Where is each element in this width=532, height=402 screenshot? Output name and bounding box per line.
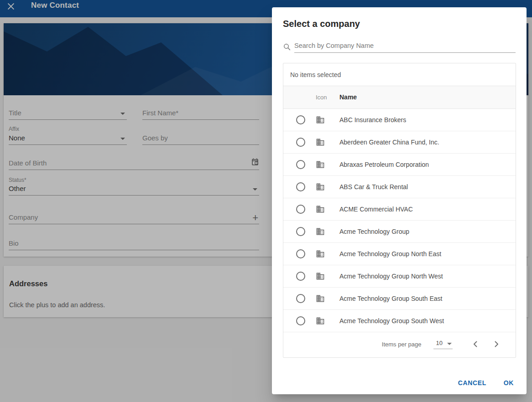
radio-button[interactable]: [296, 160, 305, 169]
company-building-icon: [316, 249, 325, 258]
radio-button[interactable]: [296, 272, 305, 281]
company-row[interactable]: ACME Commercial HVAC: [283, 198, 516, 221]
company-row[interactable]: Acme Technology Group North East: [283, 243, 516, 265]
company-row[interactable]: Acme Technology Group South West: [283, 310, 516, 332]
company-row[interactable]: ABC Insurance Brokers: [283, 109, 516, 131]
company-building-icon: [316, 160, 325, 169]
company-name: Aberdeen Greater China Fund, Inc.: [339, 139, 439, 146]
radio-button[interactable]: [296, 182, 305, 191]
company-rows: ABC Insurance Brokers Aberdeen Greater C…: [283, 109, 516, 332]
company-row[interactable]: Abraxas Petroleum Corporation: [283, 154, 516, 176]
icon-column-header: Icon: [316, 94, 327, 101]
company-search: [283, 40, 516, 53]
company-name: Acme Technology Group North East: [339, 250, 441, 258]
search-icon: [283, 43, 291, 51]
company-row[interactable]: Acme Technology Group South East: [283, 288, 516, 310]
search-underline: [294, 40, 516, 53]
radio-button[interactable]: [296, 115, 305, 124]
page-size-value: 10: [436, 340, 443, 346]
next-page-icon[interactable]: [491, 339, 502, 350]
screen: New Contact Title Affix None: [0, 0, 532, 402]
company-name: Acme Technology Group South East: [339, 295, 442, 302]
paginator: Items per page 10: [283, 332, 516, 356]
company-name: ABS Car & Truck Rental: [339, 183, 408, 191]
radio-button[interactable]: [296, 138, 305, 147]
dialog-actions: CANCEL OK: [458, 379, 514, 387]
ok-button[interactable]: OK: [504, 379, 514, 387]
radio-button[interactable]: [296, 205, 305, 214]
company-name: Acme Technology Group North West: [339, 273, 443, 280]
table-header: Icon Name: [283, 86, 516, 109]
company-table: No items selected Icon Name ABC Insuranc…: [283, 63, 516, 358]
company-building-icon: [316, 272, 325, 281]
company-building-icon: [316, 138, 325, 147]
items-per-page-label: Items per page: [382, 341, 422, 348]
company-building-icon: [316, 316, 325, 325]
radio-button[interactable]: [296, 316, 305, 325]
company-building-icon: [316, 205, 325, 214]
chevron-down-icon: [447, 343, 452, 345]
company-building-icon: [316, 115, 325, 124]
company-row[interactable]: Acme Technology Group: [283, 221, 516, 243]
selection-status: No items selected: [283, 63, 516, 86]
company-name: ABC Insurance Brokers: [339, 116, 406, 124]
select-company-dialog: Select a company No items selected Icon …: [272, 7, 527, 394]
radio-button[interactable]: [296, 249, 305, 258]
company-row[interactable]: Acme Technology Group North West: [283, 265, 516, 288]
name-column-header: Name: [339, 93, 357, 101]
page-size-select[interactable]: 10: [433, 340, 453, 349]
dialog-title: Select a company: [283, 19, 360, 29]
company-name: ACME Commercial HVAC: [339, 206, 413, 213]
cancel-button[interactable]: CANCEL: [458, 379, 486, 387]
radio-button[interactable]: [296, 227, 305, 236]
company-name: Acme Technology Group: [339, 228, 409, 235]
company-row[interactable]: ABS Car & Truck Rental: [283, 176, 516, 198]
previous-page-icon[interactable]: [470, 339, 481, 350]
company-name: Abraxas Petroleum Corporation: [339, 161, 429, 168]
company-building-icon: [316, 182, 325, 191]
company-building-icon: [316, 227, 325, 236]
company-name: Acme Technology Group South West: [339, 317, 444, 325]
radio-button[interactable]: [296, 294, 305, 303]
company-building-icon: [316, 294, 325, 303]
search-input[interactable]: [294, 42, 516, 51]
company-row[interactable]: Aberdeen Greater China Fund, Inc.: [283, 131, 516, 154]
